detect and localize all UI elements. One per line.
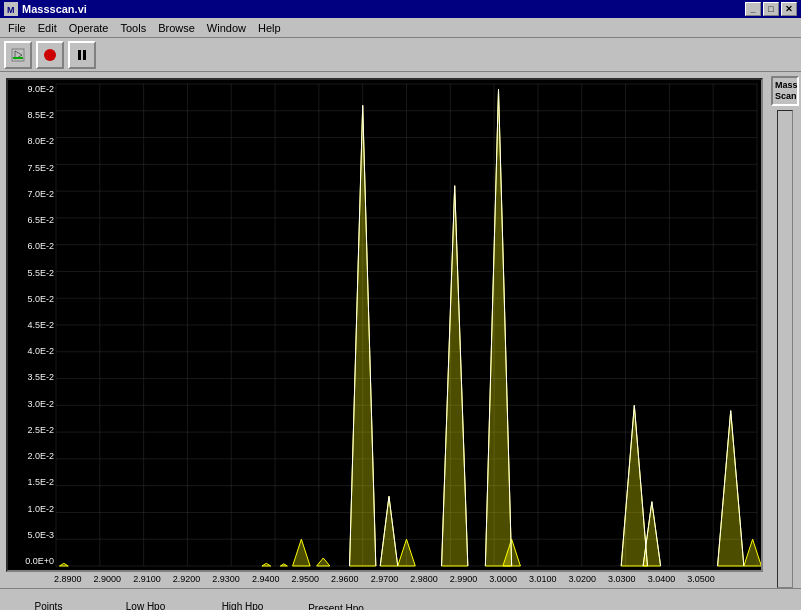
main-content: 9.0E-2 8.5E-2 8.0E-2 7.5E-2 7.0E-2 6.5E-… xyxy=(0,72,801,588)
mass-label-line1: Mass xyxy=(775,80,798,90)
x-label-15: 3.0400 xyxy=(648,574,676,588)
x-label-8: 2.9700 xyxy=(371,574,399,588)
x-label-9: 2.9800 xyxy=(410,574,438,588)
y-label-45: 4.5E-2 xyxy=(10,320,54,330)
svg-rect-4 xyxy=(13,57,23,59)
minimize-button[interactable]: _ xyxy=(745,2,761,16)
y-label-85: 8.5E-2 xyxy=(10,110,54,120)
x-label-16: 3.0500 xyxy=(687,574,715,588)
svg-text:M: M xyxy=(7,5,15,15)
y-label-20: 2.0E-2 xyxy=(10,451,54,461)
toolbar xyxy=(0,38,801,72)
menu-edit[interactable]: Edit xyxy=(32,20,63,36)
x-label-0: 2.8900 xyxy=(54,574,82,588)
y-label-60: 6.0E-2 xyxy=(10,241,54,251)
menu-tools[interactable]: Tools xyxy=(114,20,152,36)
close-button[interactable]: ✕ xyxy=(781,2,797,16)
y-label-25: 2.5E-2 xyxy=(10,425,54,435)
x-label-7: 2.9600 xyxy=(331,574,359,588)
y-label-15: 1.5E-2 xyxy=(10,477,54,487)
y-axis: 9.0E-2 8.5E-2 8.0E-2 7.5E-2 7.0E-2 6.5E-… xyxy=(8,80,56,570)
chart-canvas xyxy=(8,80,761,570)
y-label-40: 4.0E-2 xyxy=(10,346,54,356)
x-label-5: 2.9400 xyxy=(252,574,280,588)
pause-button[interactable] xyxy=(68,41,96,69)
y-label-55: 5.5E-2 xyxy=(10,268,54,278)
x-label-14: 3.0300 xyxy=(608,574,636,588)
high-hpo-control: High Hpo ▲ ▼ xyxy=(204,601,281,610)
title-bar: M Massscan.vi _ □ ✕ xyxy=(0,0,801,18)
stop-icon xyxy=(42,47,58,63)
x-axis: 2.8900 2.9000 2.9100 2.9200 2.9300 2.940… xyxy=(6,572,763,588)
y-label-10: 1.0E-2 xyxy=(10,504,54,514)
y-label-35: 3.5E-2 xyxy=(10,372,54,382)
svg-rect-6 xyxy=(78,50,81,60)
mass-label-line2: Scan xyxy=(775,91,797,101)
svg-point-5 xyxy=(44,49,56,61)
points-label: Points xyxy=(35,601,63,610)
x-label-6: 2.9500 xyxy=(291,574,319,588)
vertical-scrollbar[interactable] xyxy=(777,110,793,588)
y-label-65: 6.5E-2 xyxy=(10,215,54,225)
x-label-10: 2.9900 xyxy=(450,574,478,588)
y-label-70: 7.0E-2 xyxy=(10,189,54,199)
menu-bar: File Edit Operate Tools Browse Window He… xyxy=(0,18,801,38)
window-controls: _ □ ✕ xyxy=(745,2,797,16)
stop-button[interactable] xyxy=(36,41,64,69)
x-label-13: 3.0200 xyxy=(569,574,597,588)
y-label-50: 5.0E-2 xyxy=(10,294,54,304)
menu-help[interactable]: Help xyxy=(252,20,287,36)
run-button[interactable] xyxy=(4,41,32,69)
x-label-12: 3.0100 xyxy=(529,574,557,588)
low-hpo-label: Low Hpo xyxy=(126,601,165,610)
mass-scan-label: Mass Scan xyxy=(771,76,799,106)
menu-file[interactable]: File xyxy=(2,20,32,36)
pause-icon xyxy=(74,47,90,63)
maximize-button[interactable]: □ xyxy=(763,2,779,16)
run-icon xyxy=(10,47,26,63)
svg-rect-7 xyxy=(83,50,86,60)
menu-window[interactable]: Window xyxy=(201,20,252,36)
y-label-30: 3.0E-2 xyxy=(10,399,54,409)
chart-container: 9.0E-2 8.5E-2 8.0E-2 7.5E-2 7.0E-2 6.5E-… xyxy=(0,72,769,588)
y-label-5: 5.0E-3 xyxy=(10,530,54,540)
y-label-9: 9.0E-2 xyxy=(10,84,54,94)
x-label-2: 2.9100 xyxy=(133,574,161,588)
window-title: Massscan.vi xyxy=(22,3,745,15)
controls-bar: Points ▲ ▼ Low Hpo ▲ ▼ High Hpo ▲ ▼ xyxy=(0,588,801,610)
present-hpo-label: Present Hpo xyxy=(308,603,364,610)
chart-area: 9.0E-2 8.5E-2 8.0E-2 7.5E-2 7.0E-2 6.5E-… xyxy=(6,78,763,572)
y-label-0: 0.0E+0 xyxy=(10,556,54,566)
y-label-75: 7.5E-2 xyxy=(10,163,54,173)
menu-operate[interactable]: Operate xyxy=(63,20,115,36)
present-hpo-control: Present Hpo 3.0500 xyxy=(301,603,371,610)
x-label-3: 2.9200 xyxy=(173,574,201,588)
x-label-11: 3.0000 xyxy=(489,574,517,588)
high-hpo-label: High Hpo xyxy=(222,601,264,610)
low-hpo-control: Low Hpo ▲ ▼ xyxy=(107,601,184,610)
right-panel: Mass Scan xyxy=(769,72,801,588)
menu-browse[interactable]: Browse xyxy=(152,20,201,36)
x-label-4: 2.9300 xyxy=(212,574,240,588)
window-icon: M xyxy=(4,2,18,16)
y-label-80: 8.0E-2 xyxy=(10,136,54,146)
points-control: Points ▲ ▼ xyxy=(10,601,87,610)
x-label-1: 2.9000 xyxy=(94,574,122,588)
